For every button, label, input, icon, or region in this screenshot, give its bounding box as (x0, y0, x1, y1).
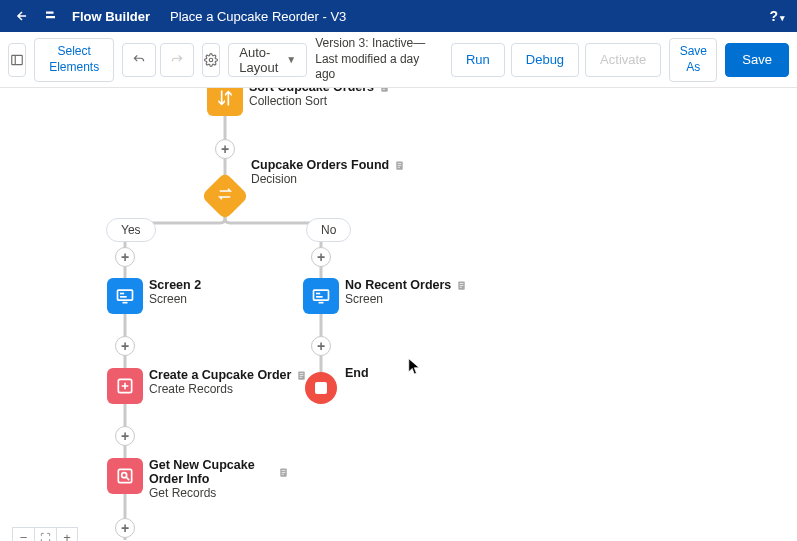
settings-button[interactable] (202, 43, 220, 77)
svg-rect-23 (459, 285, 463, 286)
zoom-out-button[interactable]: − (12, 527, 34, 541)
zoom-controls: − + (12, 527, 78, 541)
svg-rect-14 (120, 293, 124, 295)
svg-point-31 (122, 473, 127, 478)
doc-icon (378, 88, 390, 93)
node-get-new-cupcake-order-info[interactable]: Get New Cupcake Order Info Get Records (107, 458, 143, 494)
svg-rect-17 (314, 290, 329, 300)
doc-icon (455, 279, 467, 291)
node-end[interactable]: End (305, 372, 337, 404)
add-element-button[interactable]: + (115, 336, 135, 356)
chevron-down-icon: ▼ (286, 54, 296, 65)
redo-button[interactable] (160, 43, 194, 77)
debug-button[interactable]: Debug (511, 43, 579, 77)
svg-rect-34 (282, 472, 286, 473)
svg-rect-0 (12, 55, 23, 64)
create-records-icon (115, 376, 135, 396)
svg-rect-22 (459, 283, 463, 284)
panel-icon (10, 53, 24, 67)
decision-icon (216, 185, 234, 203)
flow-logo-icon (40, 4, 64, 28)
node-sort-cupcake-orders[interactable]: Sort Cupcake Orders Collection Sort (207, 88, 243, 116)
get-records-icon (115, 466, 135, 486)
zoom-fit-button[interactable] (34, 527, 56, 541)
arrow-left-icon (15, 9, 29, 23)
flow-canvas[interactable]: Sort Cupcake Orders Collection Sort + Cu… (0, 88, 797, 541)
zoom-in-button[interactable]: + (56, 527, 78, 541)
undo-button[interactable] (122, 43, 156, 77)
add-element-button[interactable]: + (215, 139, 235, 159)
svg-rect-10 (397, 163, 401, 164)
svg-rect-12 (397, 166, 399, 167)
svg-rect-20 (319, 302, 324, 304)
doc-icon (393, 159, 405, 171)
layout-mode-label: Auto-Layout (239, 45, 278, 75)
svg-rect-35 (282, 473, 284, 474)
screen-icon (115, 286, 135, 306)
node-create-cupcake-order[interactable]: Create a Cupcake Order Create Records (107, 368, 143, 404)
svg-rect-27 (300, 373, 304, 374)
gear-icon (204, 53, 218, 67)
node-no-recent-orders[interactable]: No Recent Orders Screen (303, 278, 339, 314)
version-status: Version 3: Inactive—Last modified a day … (315, 36, 435, 83)
back-button[interactable] (8, 9, 36, 23)
add-element-button[interactable]: + (115, 247, 135, 267)
flow-name: Place a Cupcake Reorder - V3 (170, 9, 346, 24)
svg-rect-19 (316, 296, 323, 298)
app-header: Flow Builder Place a Cupcake Reorder - V… (0, 0, 797, 32)
add-element-button[interactable]: + (115, 518, 135, 538)
sort-icon (215, 88, 235, 108)
svg-rect-13 (118, 290, 133, 300)
run-button[interactable]: Run (451, 43, 505, 77)
svg-rect-15 (120, 296, 127, 298)
doc-icon (278, 466, 289, 478)
svg-rect-33 (282, 470, 286, 471)
mouse-cursor-icon (408, 358, 422, 376)
svg-rect-30 (118, 469, 131, 482)
activate-button[interactable]: Activate (585, 43, 661, 77)
svg-rect-18 (316, 293, 320, 295)
add-element-button[interactable]: + (311, 336, 331, 356)
toolbar: Select Elements Auto-Layout ▼ Version 3:… (0, 32, 797, 88)
undo-icon (132, 53, 146, 67)
add-element-button[interactable]: + (115, 426, 135, 446)
save-as-button[interactable]: Save As (669, 38, 717, 82)
svg-rect-8 (382, 88, 384, 89)
layout-mode-select[interactable]: Auto-Layout ▼ (228, 43, 307, 77)
add-element-button[interactable]: + (311, 247, 331, 267)
branch-label-no[interactable]: No (306, 218, 351, 242)
app-name: Flow Builder (72, 9, 150, 24)
svg-rect-24 (459, 286, 461, 287)
help-button[interactable]: ?▾ (769, 8, 785, 24)
branch-label-yes[interactable]: Yes (106, 218, 156, 242)
toggle-panel-button[interactable] (8, 43, 26, 77)
node-cupcake-orders-found[interactable]: Cupcake Orders Found Decision (201, 172, 249, 220)
svg-rect-29 (300, 376, 302, 377)
screen-icon (311, 286, 331, 306)
select-elements-button[interactable]: Select Elements (34, 38, 114, 82)
redo-icon (170, 53, 184, 67)
svg-rect-28 (300, 375, 304, 376)
save-button[interactable]: Save (725, 43, 789, 77)
svg-point-4 (209, 58, 213, 62)
node-screen-2[interactable]: Screen 2 Screen (107, 278, 143, 314)
svg-rect-16 (123, 302, 128, 304)
svg-rect-11 (397, 165, 401, 166)
